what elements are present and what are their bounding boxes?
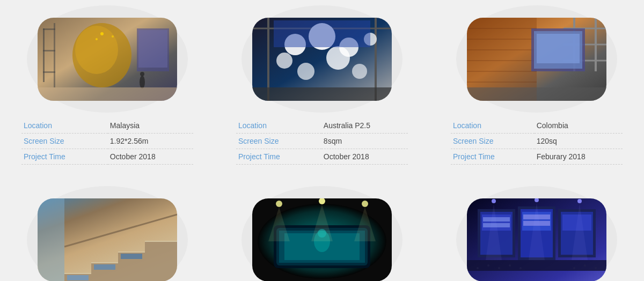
screen-label: Screen Size	[236, 134, 321, 149]
svg-rect-2	[54, 23, 55, 87]
project-row: Project Time Feburary 2018	[451, 149, 623, 165]
location-label: Location	[236, 118, 321, 134]
image-bg-staircase	[27, 186, 188, 281]
location-row: Location Malaysia	[21, 118, 193, 134]
svg-point-97	[577, 199, 582, 203]
svg-rect-29	[252, 87, 392, 101]
svg-rect-3	[43, 28, 55, 30]
info-table-colombia: Location Colombia Screen Size 120sq Proj…	[451, 118, 623, 165]
svg-point-68	[362, 201, 368, 207]
svg-rect-45	[537, 34, 580, 63]
svg-point-66	[276, 201, 282, 207]
screen-label: Screen Size	[451, 134, 535, 149]
svg-point-7	[75, 26, 118, 74]
svg-point-8	[100, 32, 104, 35]
card-colombia: Location Colombia Screen Size 120sq Proj…	[429, 0, 644, 175]
svg-point-27	[352, 64, 367, 79]
project-grid: Location Malaysia Screen Size 1.92*2.56m…	[0, 0, 644, 281]
svg-rect-4	[43, 50, 55, 51]
svg-point-95	[492, 199, 496, 203]
screen-value: 8sqm	[321, 134, 408, 149]
image-bg-awards	[456, 186, 617, 281]
image-malaysia	[38, 18, 177, 101]
svg-rect-14	[138, 30, 167, 68]
image-colombia	[467, 18, 606, 101]
location-value: Australia P2.5	[321, 118, 408, 134]
svg-point-11	[140, 76, 145, 88]
project-value: Feburary 2018	[535, 149, 623, 165]
svg-rect-84	[483, 217, 510, 221]
svg-rect-46	[467, 87, 606, 101]
project-label: Project Time	[236, 149, 321, 165]
location-value: Colombia	[535, 118, 623, 134]
screen-row: Screen Size 8sqm	[236, 134, 408, 149]
project-row: Project Time October 2018	[21, 149, 193, 165]
project-value: October 2018	[321, 149, 408, 165]
card-malaysia: Location Malaysia Screen Size 1.92*2.56m…	[0, 0, 215, 175]
card-australia: Location Australia P2.5 Screen Size 8sqm…	[215, 0, 429, 175]
location-row: Location Colombia	[451, 118, 623, 134]
project-value: October 2018	[108, 149, 193, 165]
svg-point-26	[297, 63, 314, 80]
info-table-australia: Location Australia P2.5 Screen Size 8sqm…	[236, 118, 408, 165]
svg-point-23	[276, 53, 292, 69]
svg-rect-55	[94, 264, 115, 270]
image-bg-colombia	[456, 5, 617, 113]
image-bg-stage	[241, 186, 402, 281]
screen-row: Screen Size 1.92*2.56m	[21, 134, 193, 149]
location-label: Location	[451, 118, 535, 134]
svg-rect-5	[43, 71, 55, 73]
card-stage	[215, 181, 429, 281]
svg-point-24	[326, 46, 350, 70]
screen-row: Screen Size 120sq	[451, 134, 623, 149]
location-label: Location	[21, 118, 108, 134]
project-row: Project Time October 2018	[236, 149, 408, 165]
svg-point-9	[112, 35, 114, 38]
screen-label: Screen Size	[21, 134, 108, 149]
image-awards	[467, 198, 606, 282]
image-stage	[252, 198, 392, 282]
image-bg-australia	[241, 5, 402, 113]
card-awards	[429, 181, 644, 281]
project-label: Project Time	[21, 149, 108, 165]
location-row: Location Australia P2.5	[236, 118, 408, 134]
svg-rect-15	[38, 87, 177, 101]
svg-rect-1	[43, 28, 45, 82]
card-staircase	[0, 181, 215, 281]
svg-rect-94	[467, 260, 606, 271]
svg-point-12	[140, 72, 144, 76]
svg-rect-57	[38, 198, 64, 282]
image-australia	[252, 18, 392, 101]
svg-rect-28	[274, 20, 370, 47]
svg-rect-54	[67, 275, 89, 280]
location-value: Malaysia	[108, 118, 193, 134]
svg-rect-56	[121, 254, 142, 259]
project-label: Project Time	[451, 149, 535, 165]
svg-point-10	[96, 38, 98, 40]
info-table-malaysia: Location Malaysia Screen Size 1.92*2.56m…	[21, 118, 193, 165]
screen-value: 120sq	[535, 134, 623, 149]
image-bg-malaysia	[27, 5, 188, 113]
screen-value: 1.92*2.56m	[108, 134, 193, 149]
image-staircase	[38, 198, 177, 282]
